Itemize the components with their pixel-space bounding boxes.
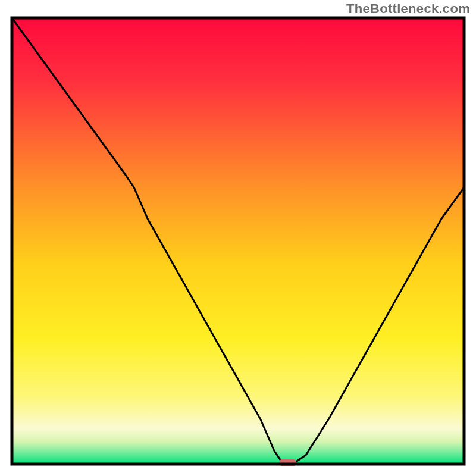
gradient-background xyxy=(12,18,464,464)
plot-area xyxy=(12,18,464,466)
bottleneck-chart xyxy=(0,15,476,476)
watermark-label: TheBottleneck.com xyxy=(346,1,470,17)
chart-container: TheBottleneck.com xyxy=(0,0,476,476)
